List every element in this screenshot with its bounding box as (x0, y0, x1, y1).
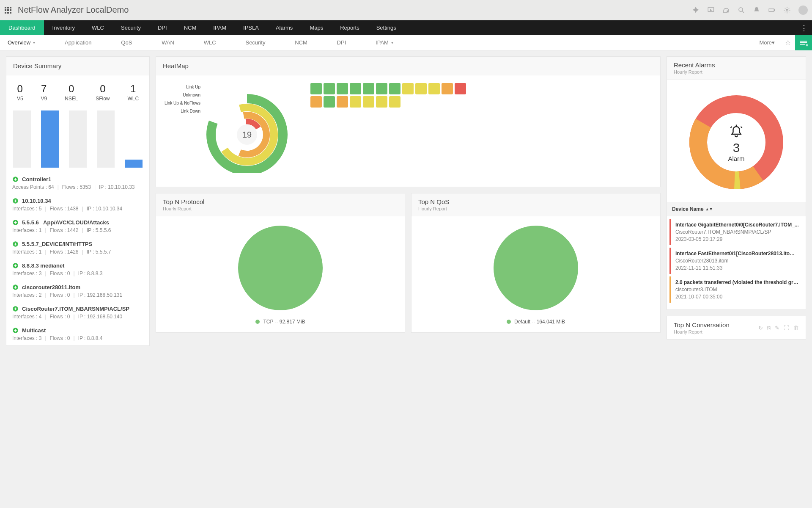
subnav-dpi[interactable]: DPI (333, 39, 351, 46)
heatmap-cell[interactable] (310, 96, 322, 108)
heatmap-cell[interactable] (376, 83, 387, 94)
recent-alarms-card: Recent Alarms Hourly Report 3 Alarm (667, 56, 806, 310)
alarm-list-head[interactable]: Device Name▲▼ (667, 202, 806, 216)
nav-tab-settings[interactable]: Settings (368, 20, 405, 35)
heatmap-cell[interactable] (376, 96, 387, 108)
subnav-application[interactable]: Application (60, 39, 96, 46)
recent-alarms-title: Recent Alarms (674, 61, 715, 69)
ds-stat-v5: 0V5 (17, 83, 23, 102)
device-status-icon (12, 262, 19, 269)
heatmap-cell[interactable] (428, 83, 440, 94)
nav-tab-wlc[interactable]: WLC (83, 20, 112, 35)
heatmap-label: Link Down (165, 107, 200, 115)
subnav-more[interactable]: More▾ (753, 39, 781, 46)
nav-tab-inventory[interactable]: Inventory (44, 20, 83, 35)
expand-icon[interactable]: ⛶ (784, 325, 789, 331)
headset-icon[interactable] (722, 6, 730, 14)
nav-tab-ncm[interactable]: NCM (176, 20, 205, 35)
nav-tab-ipam[interactable]: IPAM (205, 20, 235, 35)
heatmap-cell[interactable] (337, 96, 348, 108)
bell-icon[interactable] (753, 6, 760, 14)
alarm-label: Alarm (727, 155, 745, 162)
subnav-wlc[interactable]: WLC (200, 39, 220, 46)
heatmap-cell[interactable] (350, 83, 361, 94)
nav-tab-alarms[interactable]: Alarms (267, 20, 301, 35)
heatmap-cell[interactable] (363, 83, 374, 94)
favorite-icon[interactable]: ☆ (781, 39, 795, 47)
svg-point-4 (786, 9, 788, 11)
alarm-item[interactable]: 2.0 packets transferred (violated the th… (669, 276, 803, 303)
alarm-bell-icon (727, 124, 745, 139)
subnav-overview[interactable]: Overview▾ (3, 39, 39, 46)
battery-icon[interactable] (768, 6, 776, 14)
nav-tab-dashboard[interactable]: Dashboard (0, 20, 44, 35)
heatmap-cell[interactable] (324, 83, 335, 94)
alarm-count: 3 (727, 141, 745, 155)
heatmap-cell[interactable] (442, 83, 453, 94)
ds-stat-wlc: 1WLC (127, 83, 139, 102)
device-summary-title: Device Summary (6, 57, 149, 75)
alarm-item[interactable]: Interface FastEthernet0/1[CiscoRouter280… (669, 248, 803, 274)
nav-tab-ipsla[interactable]: IPSLA (235, 20, 267, 35)
device-item[interactable]: 5.5.5.6_ App/AVC/CLOUD/AttacksInterfaces… (6, 216, 149, 237)
device-item[interactable]: ciscorouter28011.itomInterfaces : 2|Flow… (6, 281, 149, 302)
heatmap-cell[interactable] (337, 83, 348, 94)
svg-rect-3 (774, 9, 775, 11)
device-item[interactable]: MulticastInterfaces : 3|Flows : 0|IP : 8… (6, 324, 149, 345)
subnav-ipam[interactable]: IPAM▾ (371, 39, 398, 46)
top-qos-sub: Hourly Report (418, 206, 447, 211)
device-item[interactable]: 10.10.10.34Interfaces : 5|Flows : 1438|I… (6, 194, 149, 216)
heatmap-cell[interactable] (415, 83, 427, 94)
delete-icon[interactable]: 🗑 (793, 325, 799, 331)
heatmap-cell[interactable] (324, 96, 335, 108)
heatmap-cell[interactable] (389, 83, 401, 94)
main-nav: DashboardInventoryWLCSecurityDPINCMIPAMI… (0, 20, 812, 35)
top-qos-legend: Default -- 164.041 MiB (507, 319, 565, 325)
presentation-icon[interactable] (707, 6, 715, 14)
nav-tab-reports[interactable]: Reports (332, 20, 368, 35)
subnav-security[interactable]: Security (241, 39, 269, 46)
add-widget-button[interactable] (795, 35, 812, 50)
top-qos-card: Top N QoS Hourly Report Default -- 164.0… (411, 193, 661, 333)
ds-stat-nsel: 0NSEL (65, 83, 78, 102)
top-protocol-pie (238, 226, 323, 310)
more-menu-icon[interactable]: ⋮ (796, 23, 812, 33)
device-item[interactable]: 8.8.8.3 medianetInterfaces : 3|Flows : 0… (6, 259, 149, 281)
device-item[interactable]: CiscoRouter7.ITOM_NBARSNMP/ACL/SPInterfa… (6, 302, 149, 324)
gear-icon[interactable] (783, 6, 791, 14)
svg-text:19: 19 (242, 130, 252, 139)
nav-tab-dpi[interactable]: DPI (149, 20, 176, 35)
subnav-ncm[interactable]: NCM (291, 39, 312, 46)
heatmap-cell[interactable] (310, 83, 322, 94)
export-icon[interactable]: ⎘ (767, 325, 771, 331)
top-qos-pie (494, 226, 578, 310)
ds-bar-wlc (125, 160, 143, 168)
device-item[interactable]: 5.5.5.7_DEVICE/INT/HTTPSInterfaces : 1|F… (6, 237, 149, 259)
alarm-item[interactable]: Interface GigabitEthernet0/0[CiscoRouter… (669, 219, 803, 245)
device-item[interactable]: Controller1Access Points : 64|Flows : 53… (6, 173, 149, 194)
avatar[interactable] (798, 6, 808, 15)
top-protocol-legend: TCP -- 92.817 MiB (255, 319, 305, 325)
heatmap-cell[interactable] (350, 96, 361, 108)
nav-tab-maps[interactable]: Maps (301, 20, 332, 35)
apps-grid-icon[interactable] (4, 6, 12, 14)
heatmap-cell[interactable] (389, 96, 401, 108)
nav-tab-security[interactable]: Security (112, 20, 149, 35)
sub-nav: Overview▾ApplicationQoSWANWLCSecurityNCM… (0, 35, 812, 50)
refresh-icon[interactable]: ↻ (758, 325, 763, 331)
top-conversation-card: Top N Conversation Hourly Report ↻ ⎘ ✎ ⛶… (667, 316, 806, 340)
device-status-icon (12, 241, 19, 247)
device-status-icon (12, 327, 19, 334)
heatmap-cell[interactable] (363, 96, 374, 108)
ds-bar-v9 (41, 110, 59, 168)
heatmap-label: Link Up (165, 83, 200, 91)
subnav-qos[interactable]: QoS (117, 39, 136, 46)
search-icon[interactable] (738, 6, 745, 14)
heatmap-cell[interactable] (455, 83, 466, 94)
rocket-icon[interactable] (692, 6, 700, 14)
edit-icon[interactable]: ✎ (775, 325, 779, 331)
subnav-wan[interactable]: WAN (157, 39, 178, 46)
heatmap-grid (310, 83, 471, 108)
device-status-icon (12, 176, 19, 182)
heatmap-cell[interactable] (402, 83, 414, 94)
